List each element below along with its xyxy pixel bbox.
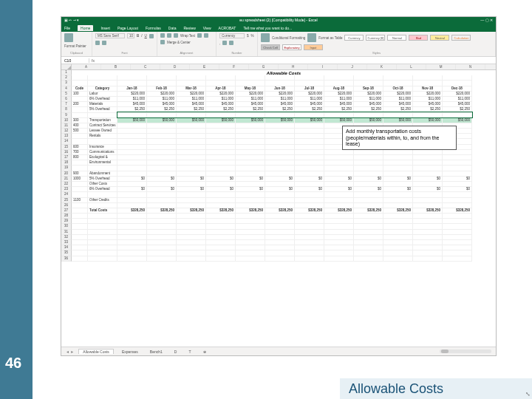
cell-category[interactable]: Abandonment <box>88 171 117 177</box>
cell-value[interactable]: $328,250 <box>147 208 177 214</box>
cell[interactable] <box>383 75 413 81</box>
cell[interactable] <box>236 75 265 81</box>
cell-code[interactable]: 200 <box>72 102 88 107</box>
cell-value[interactable] <box>236 150 265 155</box>
cell-value[interactable] <box>117 192 147 197</box>
cell-code[interactable]: 500 <box>72 129 88 134</box>
cell-value[interactable]: $45,000 <box>383 102 413 107</box>
cell-value[interactable] <box>324 113 354 118</box>
cell-value[interactable] <box>383 182 413 187</box>
quick-access-toolbar[interactable]: ▣ ⤺ ⤻ ▾ <box>64 18 79 22</box>
cell[interactable] <box>236 250 265 256</box>
cell-value[interactable] <box>295 129 324 134</box>
tab-page-layout[interactable]: Page Layout <box>117 26 138 30</box>
rowhdr[interactable]: 2 <box>61 75 72 81</box>
cell[interactable] <box>147 214 177 219</box>
cell[interactable] <box>324 75 354 81</box>
sheet-tab-t[interactable]: T <box>185 349 194 354</box>
select-all-corner[interactable] <box>61 64 72 69</box>
col-G[interactable]: G <box>249 64 279 69</box>
cell[interactable] <box>117 245 147 250</box>
rowhdr[interactable]: 35 <box>61 250 72 256</box>
cell[interactable] <box>295 245 324 250</box>
cell-value[interactable] <box>177 155 206 160</box>
rowhdr[interactable]: 23 <box>61 187 72 192</box>
col-D[interactable]: D <box>160 64 190 69</box>
cell[interactable] <box>206 75 236 81</box>
cell-value[interactable]: $45,000 <box>177 102 206 107</box>
cell-value[interactable] <box>295 123 324 129</box>
cell-value[interactable] <box>117 203 147 208</box>
cell-category[interactable]: Labor <box>88 92 117 97</box>
cell[interactable] <box>265 240 295 245</box>
cell[interactable] <box>117 214 147 219</box>
currency-icon[interactable]: $ <box>247 34 249 38</box>
cell-value[interactable]: $328,250 <box>265 208 295 214</box>
cell-value[interactable] <box>236 129 265 134</box>
col-H[interactable]: H <box>279 64 308 69</box>
cell[interactable] <box>354 75 383 81</box>
cell-value[interactable] <box>354 155 383 160</box>
format-painter-button[interactable]: Format Painter <box>64 44 86 48</box>
rowhdr[interactable]: 17 <box>61 155 72 160</box>
rowhdr[interactable]: 29 <box>61 219 72 224</box>
cell[interactable] <box>443 224 472 229</box>
cell-code[interactable] <box>72 187 88 192</box>
cell-value[interactable] <box>177 139 206 144</box>
cell-category[interactable]: 6% Overhead <box>88 97 117 102</box>
number-format-select[interactable]: Currency <box>219 33 245 38</box>
cell[interactable] <box>147 75 177 81</box>
cell-code[interactable] <box>72 208 88 214</box>
cell[interactable] <box>177 256 206 262</box>
header-cell[interactable]: Jul-18 <box>295 86 324 92</box>
cell-value[interactable] <box>265 150 295 155</box>
font-name-select[interactable]: MS Sans Serif <box>95 33 125 38</box>
col-A[interactable]: A <box>72 64 101 69</box>
cell-value[interactable] <box>443 171 472 177</box>
cell[interactable] <box>177 219 206 224</box>
cell-category[interactable]: Other Costs <box>88 182 117 187</box>
header-cell[interactable]: Code <box>72 86 88 92</box>
cell-value[interactable] <box>236 182 265 187</box>
cell-value[interactable] <box>265 134 295 139</box>
cell[interactable] <box>177 235 206 240</box>
cell-value[interactable] <box>177 123 206 129</box>
cell-value[interactable] <box>177 198 206 203</box>
style-currency[interactable]: Currency <box>344 35 364 41</box>
cell-value[interactable]: $0 <box>383 187 413 192</box>
cell-value[interactable]: $50,000 <box>413 118 443 123</box>
cell-value[interactable] <box>354 203 383 208</box>
cell-value[interactable]: $0 <box>295 187 324 192</box>
cell[interactable] <box>88 219 117 224</box>
cell[interactable] <box>206 81 236 86</box>
merge-center-button[interactable]: Merge & Center <box>167 41 191 44</box>
rowhdr[interactable]: 34 <box>61 245 72 250</box>
cell[interactable] <box>295 240 324 245</box>
cell[interactable] <box>177 250 206 256</box>
cell-value[interactable] <box>117 145 147 150</box>
cell-value[interactable] <box>413 203 443 208</box>
cell-value[interactable] <box>324 155 354 160</box>
rowhdr[interactable]: 21 <box>61 177 72 182</box>
cell[interactable] <box>295 235 324 240</box>
cell-value[interactable] <box>443 160 472 166</box>
header-cell[interactable]: Jun-18 <box>265 86 295 92</box>
cell-category[interactable] <box>88 203 117 208</box>
tab-review[interactable]: Review <box>183 26 195 30</box>
rowhdr[interactable]: 32 <box>61 235 72 240</box>
cell-value[interactable] <box>413 150 443 155</box>
rowhdr[interactable]: 7 <box>61 102 72 107</box>
cell-value[interactable]: $220,000 <box>236 92 265 97</box>
percent-icon[interactable]: % <box>251 34 254 38</box>
cell-value[interactable]: $328,250 <box>117 208 147 214</box>
cell-code[interactable] <box>72 107 88 112</box>
cell[interactable] <box>88 81 117 86</box>
cell[interactable] <box>88 250 117 256</box>
cell[interactable] <box>117 219 147 224</box>
cell[interactable] <box>354 245 383 250</box>
rowhdr[interactable]: 26 <box>61 203 72 208</box>
cell[interactable] <box>72 230 88 235</box>
cell[interactable] <box>236 230 265 235</box>
cell-category[interactable]: Insurance <box>88 145 117 150</box>
align-top-icon[interactable] <box>160 33 165 38</box>
